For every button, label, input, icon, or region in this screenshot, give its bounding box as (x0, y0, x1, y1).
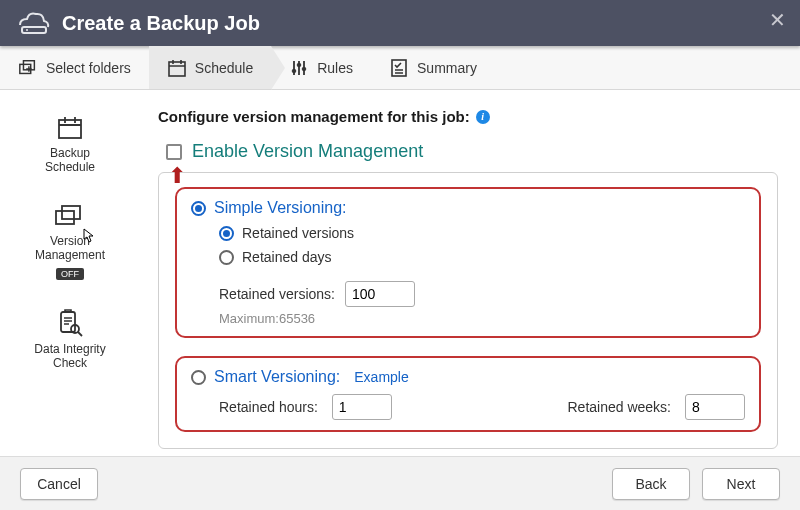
retained-versions-field-label: Retained versions: (219, 286, 335, 302)
enable-version-label: Enable Version Management (192, 141, 423, 162)
simple-versioning-radio[interactable] (191, 201, 206, 216)
smart-versioning-title: Smart Versioning: (214, 368, 340, 386)
sidebar-item-label: Version Management (35, 234, 105, 262)
close-icon[interactable]: ✕ (769, 10, 786, 30)
dialog-header: Create a Backup Job ✕ (0, 0, 800, 46)
dialog-title: Create a Backup Job (62, 12, 260, 35)
status-badge: OFF (56, 268, 84, 280)
svg-rect-9 (59, 120, 81, 138)
step-schedule[interactable]: Schedule (149, 46, 271, 89)
section-heading-text: Configure version management for this jo… (158, 108, 470, 125)
svg-rect-0 (22, 27, 46, 33)
step-rules[interactable]: Rules (271, 46, 371, 89)
enable-version-row: Enable Version Management ⬆ (158, 141, 778, 172)
smart-versioning-example-link[interactable]: Example (354, 369, 408, 385)
sidebar-item-backup-schedule[interactable]: Backup Schedule (39, 110, 101, 178)
retained-versions-radio[interactable] (219, 226, 234, 241)
dialog-footer: Cancel Back Next (0, 456, 800, 510)
svg-point-1 (26, 29, 28, 31)
step-label: Summary (417, 60, 477, 76)
backup-device-icon (16, 9, 50, 37)
simple-versioning-box: Simple Versioning: Retained versions Ret… (175, 187, 761, 338)
clipboard-search-icon (55, 308, 85, 338)
sidebar-item-version-management[interactable]: Version Management OFF (29, 198, 111, 284)
svg-point-7 (302, 67, 306, 71)
smart-versioning-box: Smart Versioning: Example Retained hours… (175, 356, 761, 432)
wizard-steps: Select folders Schedule Rules Summary (0, 46, 800, 90)
smart-versioning-title-row: Smart Versioning: Example (191, 368, 745, 386)
content-panel: Configure version management for this jo… (140, 90, 800, 456)
maximum-note: Maximum:65536 (191, 311, 745, 326)
sidebar-item-label: Backup Schedule (45, 146, 95, 174)
sliders-icon (289, 58, 309, 78)
section-heading: Configure version management for this jo… (158, 108, 778, 125)
retained-hours-label: Retained hours: (219, 399, 318, 415)
svg-rect-11 (62, 206, 80, 219)
simple-versioning-title-row: Simple Versioning: (191, 199, 745, 217)
summary-icon (389, 58, 409, 78)
smart-versioning-radio[interactable] (191, 370, 206, 385)
svg-rect-10 (56, 211, 74, 224)
retained-weeks-label: Retained weeks: (567, 399, 671, 415)
enable-version-checkbox[interactable] (166, 144, 182, 160)
main-area: Backup Schedule Version Management OFF D… (0, 90, 800, 456)
sidebar-item-data-integrity[interactable]: Data Integrity Check (28, 304, 111, 374)
retained-weeks-input[interactable] (685, 394, 745, 420)
retained-versions-input[interactable] (345, 281, 415, 307)
back-button[interactable]: Back (612, 468, 690, 500)
calendar-icon (167, 58, 187, 78)
step-select-folders[interactable]: Select folders (0, 46, 149, 89)
retained-versions-label: Retained versions (242, 225, 354, 241)
annotation-arrow-icon: ⬆ (168, 165, 186, 187)
schedule-sidebar: Backup Schedule Version Management OFF D… (0, 90, 140, 456)
retained-hours-input[interactable] (332, 394, 392, 420)
step-label: Select folders (46, 60, 131, 76)
step-summary[interactable]: Summary (371, 46, 495, 89)
step-label: Rules (317, 60, 353, 76)
versions-icon (53, 202, 87, 230)
svg-rect-12 (61, 312, 75, 332)
svg-rect-4 (169, 62, 185, 76)
calendar-icon (55, 114, 85, 142)
version-options-panel: Simple Versioning: Retained versions Ret… (158, 172, 778, 449)
retained-days-label: Retained days (242, 249, 332, 265)
next-button[interactable]: Next (702, 468, 780, 500)
svg-point-6 (297, 63, 301, 67)
simple-versioning-title: Simple Versioning: (214, 199, 347, 217)
info-icon[interactable]: i (476, 110, 490, 124)
cancel-button[interactable]: Cancel (20, 468, 98, 500)
sidebar-item-label: Data Integrity Check (34, 342, 105, 370)
folders-icon (18, 58, 38, 78)
step-label: Schedule (195, 60, 253, 76)
retained-days-radio[interactable] (219, 250, 234, 265)
svg-point-5 (292, 69, 296, 73)
